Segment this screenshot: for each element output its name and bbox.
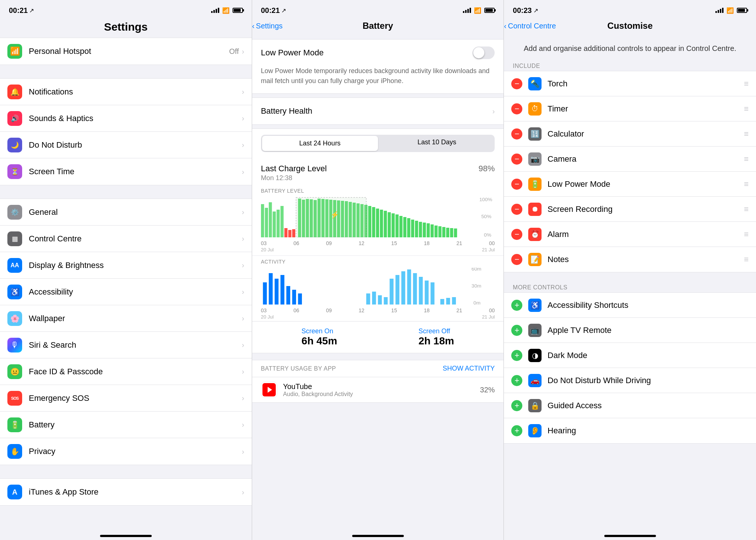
alarm-item[interactable]: ⏰ Alarm ≡ [504,222,756,247]
svg-rect-57 [275,279,279,305]
sb-2 [465,10,467,13]
emergency-sos-item[interactable]: SOS Emergency SOS › [0,385,252,412]
hearing-add-btn[interactable] [511,425,522,436]
screen-on-label: Screen On [302,327,337,335]
section3-group: A iTunes & App Store › [0,478,252,506]
camera-remove-btn[interactable] [511,154,522,165]
dnd-driving-item[interactable]: 🚗 Do Not Disturb While Driving [504,368,756,393]
svg-rect-37 [407,218,410,237]
segment-10d[interactable]: Last 10 Days [379,135,495,152]
screen-recording-drag-handle[interactable]: ≡ [744,204,749,214]
timer-remove-btn[interactable] [511,103,522,114]
accessibility-icon: ♿ [7,285,22,299]
battery-date-labels: 20 Jul 21 Jul [261,247,495,252]
wallpaper-item[interactable]: 🌸 Wallpaper › [0,305,252,332]
guided-access-add-btn[interactable] [511,400,522,411]
toggle-knob [473,47,484,58]
personal-hotspot-item[interactable]: 📶 Personal Hotspot Off › [0,38,252,65]
siri-search-item[interactable]: 🎙 Siri & Search › [0,332,252,358]
camera-drag-handle[interactable]: ≡ [744,154,749,164]
accessibility-shortcuts-item[interactable]: ♿ Accessibility Shortcuts [504,293,756,318]
display-brightness-item[interactable]: AA Display & Brightness › [0,252,252,279]
status-time-3: 00:23 [513,6,532,15]
svg-rect-43 [430,224,433,237]
torch-drag-handle[interactable]: ≡ [744,79,749,89]
privacy-icon: ✋ [7,444,22,459]
notifications-icon: 🔔 [7,85,22,99]
screen-recording-remove-btn[interactable] [511,204,522,215]
screen-off-label: Screen Off [419,327,454,335]
alarm-drag-handle[interactable]: ≡ [744,230,749,239]
general-item[interactable]: ⚙️ General › [0,199,252,226]
battery-back-btn[interactable]: ‹ Settings [252,22,283,30]
cc-description: Add and organise additional controls to … [524,44,736,52]
calculator-remove-btn[interactable] [511,128,522,140]
hearing-item[interactable]: 👂 Hearing [504,418,756,443]
calculator-icon: 🔢 [528,127,542,141]
sbar-2 [718,10,719,13]
svg-rect-27 [368,206,371,237]
cc-nav: ‹ Control Centre Customise [504,19,756,35]
low-power-toggle[interactable] [472,47,495,59]
svg-text:0%: 0% [484,232,491,237]
itunes-app-store-item[interactable]: A iTunes & App Store › [0,479,252,505]
dnd-driving-add-btn[interactable] [511,375,522,386]
cc-lpm-drag-handle[interactable]: ≡ [744,179,749,189]
timer-drag-handle[interactable]: ≡ [744,104,749,114]
battery-health-row[interactable]: Battery Health › [252,98,504,124]
section-gap-1 [0,65,252,78]
general-icon: ⚙️ [7,205,22,220]
hearing-icon: 👂 [528,424,542,437]
notes-remove-btn[interactable] [511,254,522,265]
dark-mode-item[interactable]: ◑ Dark Mode [504,343,756,368]
screen-recording-item[interactable]: ⏺ Screen Recording ≡ [504,197,756,222]
privacy-label: Privacy [29,447,242,456]
youtube-app-row[interactable]: YouTube Audio, Background Activity 32% [252,377,504,403]
svg-rect-61 [298,293,302,305]
dark-mode-add-btn[interactable] [511,350,522,361]
personal-hotspot-value: Off [229,47,239,56]
guided-access-item[interactable]: 🔒 Guided Access [504,393,756,418]
svg-rect-31 [384,211,386,237]
cc-lpm-remove-btn[interactable] [511,179,522,190]
camera-item[interactable]: 📷 Camera ≡ [504,147,756,172]
segment-24h[interactable]: Last 24 Hours [262,136,378,151]
include-section-header: INCLUDE [504,60,756,71]
dark-mode-icon: ◑ [528,349,542,362]
location-icon-2: ↗ [281,7,286,14]
camera-label: Camera [547,154,744,164]
control-centre-item[interactable]: ▦ Control Centre › [0,226,252,252]
svg-rect-56 [269,273,273,305]
control-centre-panel: 00:23 ↗ 📶 ‹ Control Centre Customise Add… [504,0,756,540]
notifications-item[interactable]: 🔔 Notifications › [0,79,252,105]
torch-remove-btn[interactable] [511,78,522,89]
show-activity-btn[interactable]: SHOW ACTIVITY [443,365,495,372]
cc-back-btn[interactable]: ‹ Control Centre [504,22,556,30]
cc-lpm-item[interactable]: 🔋 Low Power Mode ≡ [504,172,756,197]
segment-control[interactable]: Last 24 Hours Last 10 Days [261,135,495,152]
calculator-drag-handle[interactable]: ≡ [744,129,749,139]
battery-item[interactable]: 🔋 Battery › [0,412,252,438]
calculator-item[interactable]: 🔢 Calculator ≡ [504,121,756,147]
torch-item[interactable]: 🔦 Torch ≡ [504,71,756,96]
privacy-item[interactable]: ✋ Privacy › [0,438,252,465]
timer-item[interactable]: ⏱ Timer ≡ [504,96,756,121]
dnd-driving-icon: 🚗 [528,374,542,387]
accessibility-item[interactable]: ♿ Accessibility › [0,279,252,305]
face-id-label: Face ID & Passcode [29,367,242,376]
svg-rect-71 [419,277,423,305]
alarm-remove-btn[interactable] [511,229,522,240]
alarm-label: Alarm [547,230,744,239]
apple-tv-remote-add-btn[interactable] [511,325,522,336]
svg-rect-7 [288,230,291,237]
notes-item[interactable]: 📝 Notes ≡ [504,247,756,272]
display-label: Display & Brightness [29,261,242,270]
notes-drag-handle[interactable]: ≡ [744,255,749,264]
accessibility-shortcuts-add-btn[interactable] [511,300,522,311]
apple-tv-remote-item[interactable]: 📺 Apple TV Remote [504,318,756,343]
sounds-haptics-item[interactable]: 🔊 Sounds & Haptics › [0,105,252,132]
svg-rect-64 [378,295,382,305]
screen-time-item[interactable]: ⏳ Screen Time › [0,158,252,185]
do-not-disturb-item[interactable]: 🌙 Do Not Disturb › [0,132,252,158]
face-id-item[interactable]: 😐 Face ID & Passcode › [0,358,252,385]
